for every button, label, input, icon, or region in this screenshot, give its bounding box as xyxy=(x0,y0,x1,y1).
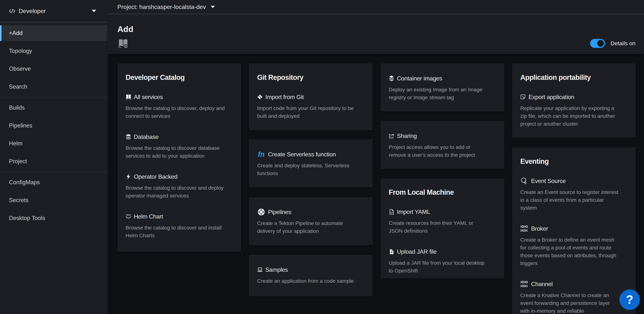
svg-text:HELM: HELM xyxy=(126,214,131,216)
